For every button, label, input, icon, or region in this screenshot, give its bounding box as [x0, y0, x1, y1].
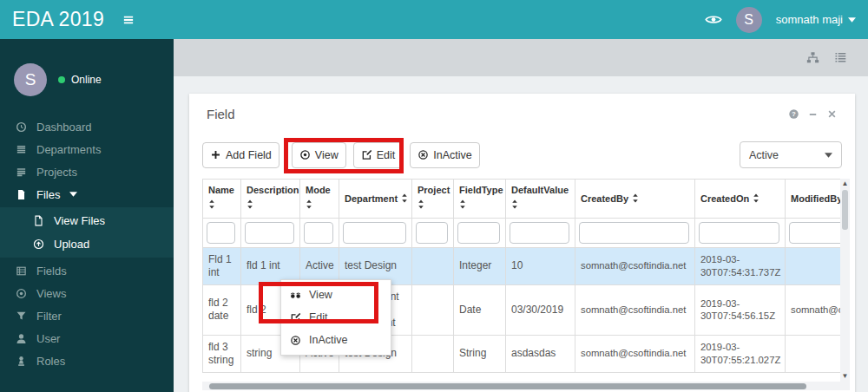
sidebar-item-user[interactable]: User — [0, 327, 174, 350]
filter-input-description[interactable] — [245, 222, 294, 244]
plus-icon — [210, 149, 221, 160]
user-menu[interactable]: somnath maji — [776, 13, 856, 26]
circle-x-icon — [418, 149, 429, 160]
context-menu-item-view[interactable]: View — [281, 284, 391, 306]
sidebar-item-views[interactable]: Views — [0, 282, 174, 304]
add-field-button[interactable]: Add Field — [202, 142, 279, 168]
inactive-button[interactable]: InActive — [410, 142, 479, 168]
table-cell: String — [454, 335, 506, 372]
filter-input-project[interactable] — [416, 222, 448, 244]
stack-icon — [16, 167, 27, 178]
target-icon — [16, 288, 27, 299]
sort-icon — [208, 199, 235, 212]
filter-input-department[interactable] — [343, 222, 406, 244]
column-header-fieldtype[interactable]: FieldType — [454, 180, 506, 219]
circle-x-icon — [290, 335, 301, 346]
sort-icon — [306, 199, 333, 212]
column-header-createdon[interactable]: CreatedOn — [695, 180, 786, 219]
list-icon[interactable] — [834, 51, 847, 64]
sidebar: S Online DashboardDepartmentsProjectsFil… — [0, 39, 174, 392]
sidebar-item-fields[interactable]: Fields — [0, 259, 174, 282]
column-header-createdby[interactable]: CreatedBy — [575, 180, 695, 219]
table-icon — [16, 265, 27, 277]
filter-input-mode[interactable] — [304, 222, 333, 244]
filter-input-createdby[interactable] — [579, 222, 689, 244]
help-icon[interactable]: ? — [788, 108, 799, 120]
table-cell — [412, 335, 454, 372]
panel-header: Field ? — [189, 94, 855, 134]
clock-icon — [16, 121, 27, 133]
sitemap-icon[interactable] — [806, 51, 819, 64]
sidebar-item-dashboard[interactable]: Dashboard — [0, 115, 174, 138]
rows-icon — [16, 144, 27, 155]
main-content: Field ? Add Field View Edit — [174, 39, 868, 392]
column-header-name[interactable]: Name — [203, 180, 241, 219]
column-header-mode[interactable]: Mode — [300, 180, 339, 219]
caret-down-icon — [69, 192, 77, 197]
sidebar-item-roles[interactable]: Roles — [0, 350, 174, 372]
table-cell: Integer — [454, 247, 506, 284]
table-cell: 2019-03-30T07:54:56.15Z — [695, 284, 786, 335]
status-label: Online — [71, 74, 102, 86]
avatar[interactable]: S — [14, 63, 47, 96]
sidebar-item-label: Dashboard — [36, 121, 92, 134]
filter-input-name[interactable] — [207, 222, 235, 244]
sidebar-item-departments[interactable]: Departments — [0, 138, 174, 160]
sidebar-item-label: Departments — [36, 143, 101, 156]
status-filter-select[interactable]: Active — [740, 141, 842, 168]
chevron-down-icon — [848, 17, 856, 23]
close-icon[interactable] — [826, 108, 838, 120]
horizontal-scrollbar[interactable] — [202, 382, 850, 390]
eyes-icon — [290, 290, 301, 301]
sidebar-item-filter[interactable]: Filter — [0, 304, 174, 327]
sidebar-user-panel: S Online — [0, 39, 174, 115]
column-header-description[interactable]: Description — [241, 180, 300, 219]
sidebar-item-label: Fields — [36, 265, 67, 278]
view-button[interactable]: View — [292, 142, 346, 168]
sort-icon — [418, 199, 448, 212]
sort-icon — [632, 193, 639, 206]
pawn-icon — [16, 356, 27, 367]
status-badge: Online — [58, 74, 102, 86]
sidebar-item-label: Upload — [54, 238, 89, 251]
caret-down-icon — [825, 153, 832, 158]
sidebar-item-files[interactable]: Files — [0, 183, 174, 206]
table-cell: fld 3 string — [203, 335, 241, 372]
scroll-down-icon[interactable]: ▼ — [842, 373, 849, 380]
filter-input-defaultvalue[interactable] — [510, 222, 569, 244]
hamburger-icon[interactable] — [122, 13, 135, 27]
svg-text:?: ? — [792, 110, 796, 118]
filter-input-fieldtype[interactable] — [457, 222, 500, 244]
edit-icon — [290, 312, 301, 323]
column-header-department[interactable]: Department — [339, 180, 412, 219]
table-cell: somnath@csoftindia.net — [575, 335, 695, 372]
sidebar-item-upload[interactable]: Upload — [0, 232, 174, 256]
minimize-icon[interactable] — [807, 108, 819, 120]
context-menu-item-edit[interactable]: Edit — [281, 306, 391, 329]
filter-input-createdon[interactable] — [699, 222, 779, 244]
table-cell: 03/30/2019 — [506, 284, 575, 335]
sidebar-item-view-files[interactable]: View Files — [0, 209, 174, 232]
sidebar-item-label: Files — [36, 188, 60, 201]
user-name: somnath maji — [776, 13, 843, 26]
column-header-defaultvalue[interactable]: DefaultValue — [506, 180, 575, 219]
vertical-scrollbar[interactable]: ▲ ▼ — [840, 179, 850, 382]
sort-icon — [247, 199, 294, 212]
edit-button[interactable]: Edit — [353, 142, 404, 168]
page-title: Field — [207, 107, 235, 121]
scrollbar-thumb[interactable] — [842, 190, 848, 230]
app-brand: EDA 2019 — [12, 8, 104, 31]
context-menu-item-inactive[interactable]: InActive — [281, 329, 391, 351]
eye-icon[interactable] — [705, 13, 722, 26]
sidebar-item-label: Filter — [36, 310, 62, 323]
user-icon — [16, 333, 27, 344]
column-header-project[interactable]: Project — [412, 180, 454, 219]
table-cell: 2019-03-30T07:54:31.737Z — [695, 247, 786, 284]
scroll-up-icon[interactable]: ▲ — [842, 180, 849, 187]
avatar[interactable]: S — [736, 7, 762, 33]
sidebar-nav: DashboardDepartmentsProjectsFilesView Fi… — [0, 115, 174, 372]
scrollbar-thumb[interactable] — [209, 383, 806, 389]
sidebar-item-projects[interactable]: Projects — [0, 160, 174, 183]
content-toolbar — [174, 39, 868, 76]
sidebar-item-label: User — [36, 332, 60, 345]
